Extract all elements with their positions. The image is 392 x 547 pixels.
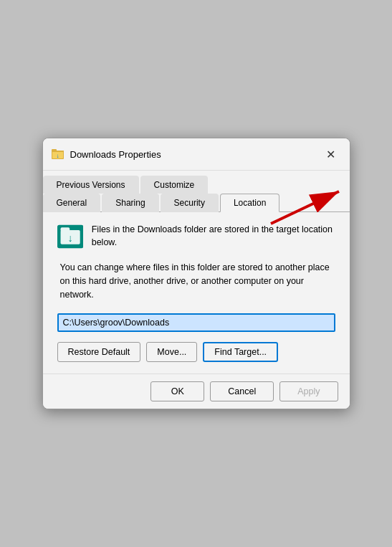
tab-sharing[interactable]: Sharing (102, 194, 158, 212)
description-text: You can change where files in this folde… (57, 261, 335, 301)
tab-customize[interactable]: Customize (140, 176, 209, 194)
top-tabs-row: Previous Versions Customize (43, 171, 350, 193)
svg-rect-3 (52, 151, 64, 152)
title-folder-icon: ↓ (52, 148, 64, 161)
move-button[interactable]: Move... (146, 342, 197, 362)
action-buttons-row: Restore Default Move... Find Target... (57, 342, 335, 362)
ok-button[interactable]: OK (150, 381, 204, 401)
info-text: Files in the Downloads folder are stored… (92, 224, 335, 249)
apply-button[interactable]: Apply (279, 381, 338, 401)
bottom-tabs-row: General Sharing Security Location (43, 193, 350, 211)
svg-rect-9 (60, 228, 70, 232)
tab-previous-versions[interactable]: Previous Versions (43, 176, 139, 194)
restore-default-button[interactable]: Restore Default (57, 342, 141, 362)
folder-download-icon: ↓ (57, 224, 83, 249)
tab-security[interactable]: Security (161, 194, 219, 212)
tab-location[interactable]: Location (220, 194, 279, 212)
dialog-title: Downloads Properties (70, 149, 161, 160)
svg-text:↓: ↓ (56, 153, 59, 159)
title-bar-left: ↓ Downloads Properties (52, 148, 161, 161)
content-area: ↓ Files in the Downloads folder are stor… (43, 212, 350, 373)
tab-general[interactable]: General (43, 194, 101, 212)
find-target-button[interactable]: Find Target... (203, 342, 278, 362)
close-button[interactable]: ✕ (321, 144, 341, 164)
title-bar: ↓ Downloads Properties ✕ (43, 138, 350, 171)
info-row: ↓ Files in the Downloads folder are stor… (57, 224, 335, 249)
tabs-container: Previous Versions Customize General Shar… (43, 171, 350, 212)
dialog-footer: OK Cancel Apply (43, 374, 350, 409)
cancel-button[interactable]: Cancel (210, 381, 274, 401)
svg-text:↓: ↓ (67, 233, 72, 244)
path-input[interactable] (57, 313, 335, 332)
dialog-window: ↓ Downloads Properties ✕ Previous Versio… (42, 138, 350, 409)
